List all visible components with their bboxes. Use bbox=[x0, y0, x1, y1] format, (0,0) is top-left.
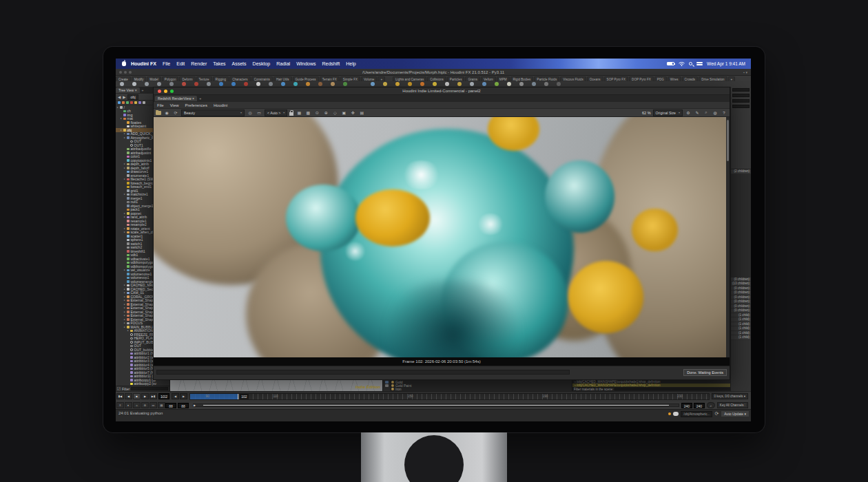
shelf-tab[interactable]: DOP Pyro FX bbox=[629, 76, 654, 81]
spotlight-search-icon[interactable] bbox=[689, 62, 692, 65]
close-icon[interactable]: × bbox=[192, 96, 194, 101]
shelf-tab[interactable]: Volume bbox=[361, 76, 377, 81]
tab-redshift-renderview[interactable]: Redshift RenderView × bbox=[155, 96, 197, 101]
target-icon[interactable]: ⊕ bbox=[322, 110, 329, 115]
timeline-ruler[interactable]: 90110150190230 102 bbox=[189, 393, 710, 400]
auto-dropdown[interactable]: < Auto >▾ bbox=[265, 109, 287, 116]
pane-options-icon[interactable]: ▪ ▾ bbox=[743, 70, 747, 74]
lock-icon[interactable] bbox=[289, 112, 293, 116]
shelf-tab[interactable]: Polygon bbox=[162, 76, 179, 81]
current-node-path[interactable]: /obj/Atmospheric... bbox=[681, 411, 712, 417]
rv-menu-houdini[interactable]: Houdini bbox=[214, 103, 227, 107]
timeline-zoom-button[interactable]: ⌕ bbox=[707, 402, 715, 408]
menu-radial[interactable]: Radial bbox=[276, 61, 290, 66]
shelf-tab[interactable]: Particles bbox=[447, 76, 465, 81]
menu-render[interactable]: Render bbox=[191, 61, 207, 66]
step-back-button[interactable]: ◀ bbox=[172, 393, 179, 399]
audio-toggle[interactable]: ◐ bbox=[125, 402, 132, 408]
edit-icon[interactable]: ✎ bbox=[694, 110, 701, 115]
display-size-dropdown[interactable]: Original Size▾ bbox=[653, 109, 683, 116]
filter-dop-icon[interactable] bbox=[138, 101, 141, 104]
shelf-tool-icon[interactable] bbox=[544, 82, 548, 86]
shelf-tab[interactable]: Drive Simulation bbox=[699, 76, 727, 81]
shelf-tab[interactable]: PDG bbox=[654, 76, 667, 81]
play-button[interactable]: ▶ bbox=[141, 393, 149, 399]
menu-bar-clock[interactable]: Wed Apr 1 9:41 AM bbox=[707, 61, 745, 66]
fit-view-icon[interactable]: ▣ bbox=[340, 110, 347, 115]
shelf-tab[interactable]: Grains bbox=[465, 76, 480, 81]
materials-filter-input[interactable] bbox=[614, 388, 750, 390]
range-end2-field[interactable]: 240 bbox=[694, 403, 705, 408]
menu-windows[interactable]: Windows bbox=[296, 61, 316, 66]
shelf-tab[interactable]: Rigging bbox=[213, 76, 229, 81]
rv-menu-file[interactable]: File bbox=[157, 103, 164, 107]
menu-assets[interactable]: Assets bbox=[232, 61, 247, 66]
shelf-tool-icon[interactable] bbox=[318, 82, 322, 86]
filter-input[interactable] bbox=[131, 387, 168, 390]
rv-menu-preferences[interactable]: Preferences bbox=[185, 103, 207, 107]
parameter-field[interactable] bbox=[732, 105, 750, 108]
render-image[interactable] bbox=[154, 117, 730, 357]
shelf-tab[interactable]: Modify bbox=[132, 76, 147, 81]
region-crop-icon[interactable]: ▭ bbox=[256, 110, 262, 115]
shelf-tab[interactable]: Model bbox=[147, 76, 161, 81]
shelf-tab[interactable]: Create bbox=[116, 76, 131, 81]
message-bubble-icon[interactable] bbox=[673, 412, 679, 416]
restart-render-icon[interactable]: ⟳ bbox=[172, 110, 179, 115]
shelf-tool-icon[interactable] bbox=[256, 82, 260, 86]
shelf-tab[interactable]: Crowds bbox=[682, 76, 699, 81]
filter-chop-icon[interactable] bbox=[126, 101, 129, 104]
range-slider-toggle[interactable]: ▤ bbox=[158, 402, 165, 408]
apple-menu-icon[interactable] bbox=[122, 61, 126, 66]
shelf-tool-icon[interactable] bbox=[420, 82, 424, 86]
render-pass-dropdown[interactable]: Beauty▾ bbox=[181, 109, 245, 116]
shelf-tab[interactable]: Texture bbox=[196, 76, 212, 81]
menu-takes[interactable]: Takes bbox=[213, 61, 225, 66]
palette-grid-icon[interactable] bbox=[385, 381, 389, 384]
playhead[interactable] bbox=[238, 394, 238, 399]
shelf-tool-icon[interactable] bbox=[145, 82, 149, 86]
filter-obj-icon[interactable] bbox=[118, 101, 121, 104]
snapshot-icon[interactable]: ◉ bbox=[163, 110, 170, 115]
menu-desktop[interactable]: Desktop bbox=[253, 61, 271, 66]
shelf-tool-icon[interactable] bbox=[519, 82, 524, 86]
shelf-tab[interactable]: Viscous Fluids bbox=[560, 76, 586, 81]
open-folder-icon[interactable] bbox=[156, 111, 161, 115]
path-context[interactable]: obj bbox=[127, 94, 138, 100]
palette-list-icon[interactable] bbox=[385, 384, 389, 387]
shelf-tool-icon[interactable] bbox=[182, 82, 186, 86]
shelf-tool-icon[interactable] bbox=[306, 82, 310, 86]
shelf-tool-icon[interactable] bbox=[495, 82, 499, 86]
shelf-tool-icon[interactable] bbox=[231, 82, 236, 86]
shelf-tab[interactable]: + bbox=[378, 76, 385, 81]
shelf-tab[interactable]: Characters bbox=[229, 76, 250, 81]
menu-help[interactable]: Help bbox=[346, 61, 355, 66]
first-frame-button[interactable]: ▮◀ bbox=[116, 393, 124, 399]
checker-icon[interactable]: ▩ bbox=[304, 110, 311, 115]
tab-tree-view[interactable]: Tree View × bbox=[116, 87, 140, 93]
menu-edit[interactable]: Edit bbox=[176, 61, 185, 66]
key-all-channels-button[interactable]: Key All Channels ⫶ bbox=[717, 402, 748, 408]
shelf-tool-icon[interactable] bbox=[433, 82, 437, 86]
shelf-tab[interactable]: + bbox=[728, 76, 736, 81]
wifi-icon[interactable] bbox=[679, 61, 685, 66]
parameter-field[interactable] bbox=[732, 94, 750, 97]
shelf-tab[interactable]: Deform bbox=[179, 76, 195, 81]
autokey-toggle[interactable]: ⊙ bbox=[141, 402, 149, 408]
menu-file[interactable]: File bbox=[163, 61, 170, 66]
render-window-titlebar[interactable]: Houdini Indie Limited-Commercial - panel… bbox=[154, 87, 730, 95]
shelf-tab[interactable]: SOP Pyro FX bbox=[604, 76, 629, 81]
shelf-tool-icon[interactable] bbox=[194, 82, 198, 86]
filter-mat-icon[interactable] bbox=[122, 101, 125, 104]
pan-icon[interactable]: ✥ bbox=[349, 110, 356, 115]
shelf-tool-icon[interactable] bbox=[169, 82, 174, 86]
shelf-tool-icon[interactable] bbox=[482, 82, 486, 86]
step-forward-button[interactable]: ▶ bbox=[180, 393, 187, 399]
range-start-field[interactable]: 88 bbox=[165, 403, 176, 408]
shelf-tool-icon[interactable] bbox=[269, 82, 273, 86]
shelf-tab[interactable]: Constraints bbox=[251, 76, 273, 81]
shelf-tool-icon[interactable] bbox=[507, 82, 511, 86]
keys-info-dropdown[interactable]: 0 keys, 0/0 channels ▾ bbox=[712, 393, 748, 399]
filter-checkbox[interactable]: ✓ bbox=[117, 387, 121, 390]
shelf-tool-icon[interactable] bbox=[457, 82, 462, 86]
